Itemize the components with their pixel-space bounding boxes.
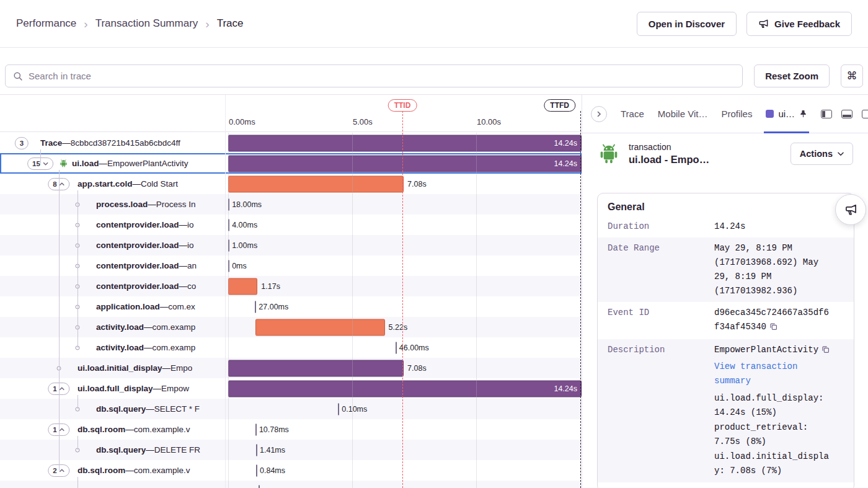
span-row-db.sql.room[interactable]: 1db.sql.room — com.example.v10.78ms <box>0 419 582 440</box>
span-duration-label: 0.10ms <box>342 405 367 414</box>
span-duration-label: 5.22s <box>389 323 408 332</box>
span-desc: SELECT * F <box>154 404 200 414</box>
span-row-contentprovider.load[interactable]: contentprovider.load — an0ms <box>0 255 582 276</box>
search-icon <box>13 71 23 81</box>
span-row-db.sql.query[interactable]: db.sql.query — INSERT OR2.7 <box>0 481 582 488</box>
ttid-badge[interactable]: TTID <box>388 99 417 112</box>
copy-icon[interactable] <box>769 321 777 335</box>
tree-connector <box>40 149 41 164</box>
megaphone-icon <box>758 19 769 29</box>
chevron-up-icon <box>60 428 65 432</box>
span-row-db.sql.query[interactable]: db.sql.query — SELECT * F0.10ms <box>0 399 582 419</box>
span-row-contentprovider.load[interactable]: contentprovider.load — io4.00ms <box>0 215 582 235</box>
waterfall-rows: 3Trace — 8cbbcd38721b415ab6cbdc4ff14.24s… <box>0 133 582 488</box>
open-in-discover-button[interactable]: Open in Discover <box>637 12 737 36</box>
span-count-badge[interactable]: 3 <box>15 137 29 149</box>
span-name: process.load — Process In <box>0 194 225 215</box>
pin-icon[interactable] <box>799 110 807 118</box>
tree-connector <box>59 170 60 471</box>
span-timeline: 1.17s <box>225 276 582 296</box>
span-desc: com.example.v <box>134 466 190 475</box>
span-duration-label: 46.00ms <box>399 344 429 352</box>
command-shortcut-button[interactable]: ⌘ <box>841 64 863 87</box>
span-row-db.sql.room[interactable]: 2db.sql.room — com.example.v0.84ms <box>0 460 582 481</box>
span-name: contentprovider.load — io <box>0 235 225 255</box>
expand-panel-button[interactable] <box>591 106 607 122</box>
span-row-process.load[interactable]: process.load — Process In18.00ms <box>0 194 582 215</box>
transaction-type-label: transaction <box>629 142 709 152</box>
trace-waterfall: 0.00ms5.00s10.00s 3Trace — 8cbbcd38721b4… <box>0 95 582 488</box>
span-row-activity.load[interactable]: activity.load — com.examp5.22s <box>0 317 582 337</box>
breadcrumb-performance[interactable]: Performance <box>16 17 76 30</box>
span-name: application.load — com.ex <box>0 296 225 317</box>
give-feedback-button[interactable]: Give Feedback <box>746 12 852 36</box>
span-desc: Process In <box>156 200 196 209</box>
timeline-gridline <box>352 133 353 488</box>
row-event-id: Event ID d96eca345c724667a35df6f34af4534… <box>598 302 854 339</box>
span-bar[interactable]: 14.24s <box>228 380 582 397</box>
span-duration-label: 18.00ms <box>232 200 262 209</box>
actions-button[interactable]: Actions <box>790 143 853 165</box>
timeline-header: 0.00ms5.00s10.00s <box>0 95 582 132</box>
span-timeline: 14.24s <box>225 153 582 174</box>
general-title: General <box>598 193 854 216</box>
span-bar[interactable]: 14.24s <box>228 155 582 172</box>
span-row-app.start.cold[interactable]: 8app.start.cold — Cold Start7.08s <box>0 174 582 194</box>
ttfd-marker-line <box>580 111 581 488</box>
span-row-db.sql.query[interactable]: db.sql.query — DELETE FR1.41ms <box>0 440 582 460</box>
tab-mobile-vitals[interactable]: Mobile Vit… <box>658 109 708 119</box>
span-bar[interactable]: 14.24s <box>228 135 582 151</box>
span-row-contentprovider.load[interactable]: contentprovider.load — io1.00ms <box>0 235 582 255</box>
span-row-ui.load.full_display[interactable]: 1ui.load.full_display — Empow14.24s <box>0 378 582 399</box>
span-row-contentprovider.load[interactable]: contentprovider.load — co1.17s <box>0 276 582 296</box>
dock-controls <box>821 110 868 118</box>
feedback-fab-button[interactable] <box>835 194 866 225</box>
tree-connector <box>78 436 78 450</box>
transaction-chip-icon <box>766 110 774 118</box>
span-row-ui.load[interactable]: 15 ui.load — EmpowerPlantActivity14.24s <box>0 153 582 174</box>
span-bar[interactable] <box>228 360 404 376</box>
tab-active-transaction[interactable]: ui… <box>766 95 807 133</box>
span-name: ui.load.initial_display — Empo <box>0 358 225 378</box>
search-box[interactable] <box>5 64 743 87</box>
span-op: contentprovider.load <box>96 220 179 229</box>
timeline-tick-label: 10.00s <box>477 117 501 126</box>
span-desc: 8cbbcd38721b415ab6cbdc4ff <box>71 138 180 148</box>
view-transaction-summary-link[interactable]: View transaction summary <box>714 360 831 388</box>
span-bar[interactable] <box>228 278 257 295</box>
description-label: Description <box>608 343 714 479</box>
reset-zoom-button[interactable]: Reset Zoom <box>754 64 830 87</box>
ttfd-badge[interactable]: TTFD <box>544 99 575 112</box>
span-timeline: 27.00ms <box>225 296 582 317</box>
column-divider[interactable] <box>225 95 226 488</box>
dock-left-icon[interactable] <box>821 110 832 118</box>
breadcrumb-transaction-summary[interactable]: Transaction Summary <box>95 17 198 30</box>
event-id-value: d96eca345c724667a35df6f34af45340 <box>714 306 831 335</box>
dock-right-icon[interactable] <box>862 110 868 118</box>
span-bar[interactable] <box>255 319 385 335</box>
span-op: Trace <box>40 138 62 148</box>
span-row-application.load[interactable]: application.load — com.ex27.00ms <box>0 296 582 317</box>
span-desc: com.examp <box>153 322 196 332</box>
span-timeline: 0.84ms <box>225 460 582 481</box>
timeline-tick-label: 5.00s <box>353 117 373 126</box>
copy-icon[interactable] <box>822 344 830 358</box>
span-op: db.sql.query <box>96 445 146 455</box>
span-timeline: 18.00ms <box>225 194 582 215</box>
span-op: db.sql.room <box>78 425 125 434</box>
span-op: activity.load <box>96 343 144 352</box>
span-bar[interactable] <box>228 175 404 192</box>
dock-bottom-icon[interactable] <box>841 110 852 118</box>
span-row-ui.load.initial_display[interactable]: ui.load.initial_display — Empo7.08s <box>0 358 582 378</box>
search-input[interactable] <box>29 71 735 81</box>
span-timeline: 10.78ms <box>225 419 582 440</box>
span-desc: io <box>187 241 194 250</box>
tab-trace[interactable]: Trace <box>621 109 644 119</box>
span-timeline: 14.24s <box>225 133 582 153</box>
tab-profiles[interactable]: Profiles <box>721 109 752 119</box>
general-card: General Duration 14.24s Date Range May 2… <box>597 193 854 488</box>
span-row-activity.load[interactable]: activity.load — com.examp46.00ms <box>0 337 582 358</box>
span-row-Trace[interactable]: 3Trace — 8cbbcd38721b415ab6cbdc4ff14.24s <box>0 133 582 153</box>
panel-tab-bar: Trace Mobile Vit… Profiles ui… <box>582 95 868 133</box>
span-duration-label: 4.00ms <box>232 221 257 229</box>
